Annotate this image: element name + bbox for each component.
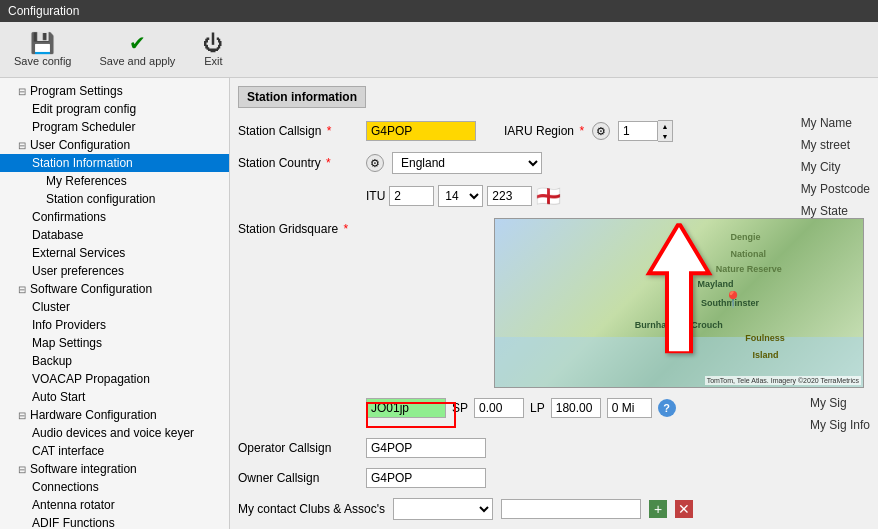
sidebar-item-map-settings[interactable]: Map Settings <box>0 334 229 352</box>
section-header: Station information <box>238 86 366 108</box>
itu-zone-select[interactable]: 14 <box>438 185 483 207</box>
sidebar-item-info-providers[interactable]: Info Providers <box>0 316 229 334</box>
content-area: Station information My Name My street My… <box>230 78 878 529</box>
country-required-star: * <box>326 156 331 170</box>
station-callsign-label: Station Callsign * <box>238 124 358 138</box>
map-section: 📍 Dengie National Nature Reserve Mayland… <box>366 218 864 428</box>
map-place-foulness: Foulness <box>745 333 785 343</box>
help-button[interactable]: ? <box>658 399 676 417</box>
station-country-label: Station Country * <box>238 156 358 170</box>
exit-icon: ⏻ <box>203 33 223 53</box>
owner-callsign-input[interactable] <box>366 468 486 488</box>
expand-icon-user: ⊟ <box>18 140 26 151</box>
operator-callsign-label: Operator Callsign <box>238 441 358 455</box>
spinner-up-button[interactable]: ▲ <box>658 121 672 131</box>
sidebar-item-station-configuration[interactable]: Station configuration <box>0 190 229 208</box>
sidebar-item-voacap[interactable]: VOACAP Propagation <box>0 370 229 388</box>
title-bar: Configuration <box>0 0 878 22</box>
iaru-region-input[interactable] <box>618 121 658 141</box>
iaru-required-star: * <box>579 124 584 138</box>
main-layout: ⊟ Program Settings Edit program config P… <box>0 78 878 529</box>
sidebar-item-antenna-rotator[interactable]: Antenna rotator <box>0 496 229 514</box>
sidebar-item-cluster[interactable]: Cluster <box>0 298 229 316</box>
right-bottom-labels: My Sig My Sig Info <box>810 396 870 432</box>
iaru-spinner: ▲ ▼ <box>618 120 673 142</box>
my-street-label: My street <box>801 138 870 152</box>
gridsquare-map-row: Station Gridsquare * <box>238 218 870 428</box>
sidebar-item-external-services[interactable]: External Services <box>0 244 229 262</box>
cq-zone-input[interactable] <box>487 186 532 206</box>
station-country-row: Station Country * ⚙ England <box>238 152 870 174</box>
sp-value-input[interactable] <box>474 398 524 418</box>
exit-button[interactable]: ⏻ Exit <box>197 31 229 69</box>
clubs-select[interactable] <box>393 498 493 520</box>
sidebar-item-connections[interactable]: Connections <box>0 478 229 496</box>
sidebar-item-station-information[interactable]: Station Information <box>0 154 229 172</box>
sidebar-item-audio-devices[interactable]: Audio devices and voice keyer <box>0 424 229 442</box>
save-and-apply-label: Save and apply <box>99 55 175 67</box>
exit-label: Exit <box>204 55 222 67</box>
expand-icon-sw: ⊟ <box>18 284 26 295</box>
sidebar-item-confirmations[interactable]: Confirmations <box>0 208 229 226</box>
sidebar-item-cat-interface[interactable]: CAT interface <box>0 442 229 460</box>
expand-icon-hw: ⊟ <box>18 410 26 421</box>
itu-label: ITU <box>366 189 385 203</box>
itu-row: ITU 14 🏴󠁧󠁢󠁥󠁮󠁧󠁿 <box>366 184 870 208</box>
map-place-island: Island <box>753 350 779 360</box>
expand-icon: ⊟ <box>18 86 26 97</box>
spinner-buttons: ▲ ▼ <box>658 120 673 142</box>
map-attribution: TomTom, Tele Atlas. Imagery ©2020 TerraM… <box>705 376 861 385</box>
gridsquare-required-star: * <box>343 222 348 236</box>
save-config-label: Save config <box>14 55 71 67</box>
sidebar-item-program-settings[interactable]: ⊟ Program Settings <box>0 82 229 100</box>
lp-value-input[interactable] <box>551 398 601 418</box>
svg-marker-0 <box>649 223 709 353</box>
sidebar-item-backup[interactable]: Backup <box>0 352 229 370</box>
save-icon: 💾 <box>30 33 55 53</box>
my-postcode-label: My Postcode <box>801 182 870 196</box>
operator-callsign-input[interactable] <box>366 438 486 458</box>
mi-input[interactable] <box>607 398 652 418</box>
iaru-region-label: IARU Region * <box>504 124 584 138</box>
title-text: Configuration <box>8 4 79 18</box>
delete-club-button[interactable]: ✕ <box>675 500 693 518</box>
sidebar-item-edit-program-config[interactable]: Edit program config <box>0 100 229 118</box>
flag-icon: 🏴󠁧󠁢󠁥󠁮󠁧󠁿 <box>536 184 561 208</box>
my-sig-label: My Sig <box>810 396 870 410</box>
my-city-label: My City <box>801 160 870 174</box>
sidebar-item-hardware-configuration[interactable]: ⊟ Hardware Configuration <box>0 406 229 424</box>
direction-arrow <box>619 223 739 356</box>
station-callsign-row: Station Callsign * IARU Region * ⚙ ▲ ▼ <box>238 120 870 142</box>
map-background: 📍 Dengie National Nature Reserve Mayland… <box>495 219 863 387</box>
itu-input[interactable] <box>389 186 434 206</box>
sidebar-item-my-references[interactable]: My References <box>0 172 229 190</box>
my-sig-info-label: My Sig Info <box>810 418 870 432</box>
sidebar-item-program-scheduler[interactable]: Program Scheduler <box>0 118 229 136</box>
clubs-row: My contact Clubs & Assoc's + ✕ <box>238 498 870 520</box>
gridsquare-highlight-box <box>366 402 456 428</box>
sidebar-item-software-integration[interactable]: ⊟ Software integration <box>0 460 229 478</box>
sidebar-item-database[interactable]: Database <box>0 226 229 244</box>
spinner-down-button[interactable]: ▼ <box>658 131 672 141</box>
lp-label: LP <box>530 401 545 415</box>
iaru-gear-icon[interactable]: ⚙ <box>592 122 610 140</box>
sidebar-item-software-configuration[interactable]: ⊟ Software Configuration <box>0 280 229 298</box>
my-state-label: My State <box>801 204 870 218</box>
operator-callsign-row: Operator Callsign <box>238 438 870 458</box>
country-select[interactable]: England <box>392 152 542 174</box>
map-container: 📍 Dengie National Nature Reserve Mayland… <box>494 218 864 388</box>
save-and-apply-button[interactable]: ✔ Save and apply <box>93 31 181 69</box>
country-gear-icon[interactable]: ⚙ <box>366 154 384 172</box>
expand-icon-si: ⊟ <box>18 464 26 475</box>
sidebar-item-auto-start[interactable]: Auto Start <box>0 388 229 406</box>
clubs-input[interactable] <box>501 499 641 519</box>
sidebar-item-user-configuration[interactable]: ⊟ User Configuration <box>0 136 229 154</box>
clubs-label: My contact Clubs & Assoc's <box>238 502 385 516</box>
add-club-button[interactable]: + <box>649 500 667 518</box>
my-name-label: My Name <box>801 116 870 130</box>
sidebar-item-user-preferences[interactable]: User preferences <box>0 262 229 280</box>
owner-callsign-label: Owner Callsign <box>238 471 358 485</box>
sidebar-item-adif-functions[interactable]: ADIF Functions <box>0 514 229 529</box>
station-callsign-input[interactable] <box>366 121 476 141</box>
save-config-button[interactable]: 💾 Save config <box>8 31 77 69</box>
